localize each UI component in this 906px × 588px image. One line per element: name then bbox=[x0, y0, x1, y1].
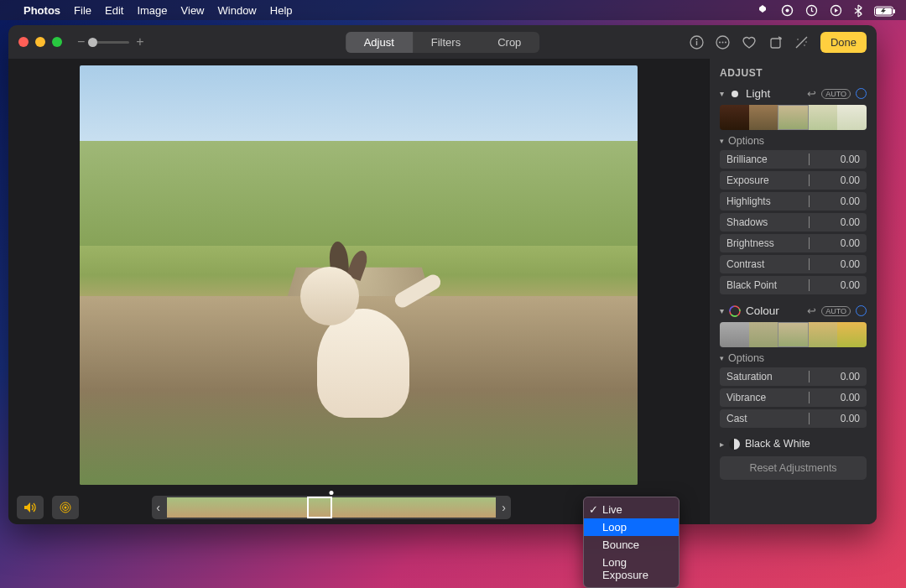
info-icon[interactable] bbox=[690, 35, 704, 49]
slider-black-point[interactable]: Black Point0.00 bbox=[720, 276, 867, 294]
svg-point-16 bbox=[797, 39, 799, 40]
status-bluetooth-icon[interactable] bbox=[854, 3, 862, 17]
light-auto-button[interactable]: AUTO bbox=[821, 89, 851, 99]
colour-section-header: ▾ Colour ↩ AUTO bbox=[720, 304, 867, 317]
light-reset-icon[interactable]: ↩ bbox=[807, 87, 816, 100]
svg-point-20 bbox=[65, 507, 67, 509]
svg-rect-14 bbox=[771, 39, 780, 48]
colour-enable-ring[interactable] bbox=[856, 305, 867, 316]
main-edit-area: ‹ › bbox=[8, 59, 709, 524]
minimize-window-button[interactable] bbox=[35, 37, 45, 47]
light-disclosure[interactable]: ▾ bbox=[720, 89, 724, 98]
photos-edit-window: − + Adjust Filters Crop Done bbox=[8, 25, 877, 524]
slider-brightness[interactable]: Brightness0.00 bbox=[720, 234, 867, 252]
playhead-icon[interactable] bbox=[329, 491, 333, 495]
colour-disclosure[interactable]: ▾ bbox=[720, 306, 724, 315]
light-section-header: ▾ Light ↩ AUTO bbox=[720, 87, 867, 100]
slider-vibrance[interactable]: Vibrance0.00 bbox=[720, 388, 867, 407]
colour-preset-thumbs[interactable] bbox=[720, 322, 867, 347]
colour-title: Colour bbox=[746, 304, 802, 317]
light-title: Light bbox=[746, 87, 802, 100]
svg-point-15 bbox=[804, 44, 805, 46]
slider-saturation[interactable]: Saturation0.00 bbox=[720, 367, 867, 386]
app-menu[interactable]: Photos bbox=[23, 4, 60, 17]
slider-contrast[interactable]: Contrast0.00 bbox=[720, 255, 867, 273]
autoenhance-icon[interactable] bbox=[794, 35, 809, 49]
status-malware-icon[interactable] bbox=[756, 3, 769, 17]
bw-disclosure[interactable]: ▸ bbox=[720, 440, 724, 449]
live-badge-button[interactable] bbox=[52, 496, 79, 519]
done-button[interactable]: Done bbox=[820, 32, 867, 53]
light-icon bbox=[729, 88, 741, 100]
colour-auto-button[interactable]: AUTO bbox=[821, 306, 851, 316]
live-menu-live[interactable]: Live bbox=[584, 501, 679, 518]
zoom-in-icon[interactable]: + bbox=[136, 34, 143, 49]
rotate-icon[interactable] bbox=[768, 35, 783, 49]
live-menu-loop[interactable]: Loop bbox=[584, 518, 679, 536]
menu-view[interactable]: View bbox=[181, 4, 205, 17]
bw-title: Black & White bbox=[745, 438, 810, 450]
svg-point-13 bbox=[725, 41, 726, 43]
light-preset-thumbs[interactable] bbox=[720, 105, 867, 130]
light-enable-ring[interactable] bbox=[856, 88, 867, 99]
fullscreen-window-button[interactable] bbox=[52, 37, 62, 47]
bw-section-header[interactable]: ▸ Black & White bbox=[720, 438, 867, 450]
traffic-lights bbox=[18, 37, 62, 47]
filmstrip-prev[interactable]: ‹ bbox=[152, 496, 165, 519]
more-icon[interactable] bbox=[716, 35, 730, 49]
status-circle-icon[interactable] bbox=[781, 3, 794, 18]
volume-button[interactable] bbox=[17, 496, 44, 519]
svg-point-8 bbox=[695, 39, 697, 40]
colour-icon bbox=[729, 305, 741, 317]
zoom-slider[interactable]: − + bbox=[77, 34, 144, 49]
svg-rect-9 bbox=[696, 41, 697, 45]
reset-adjustments-button[interactable]: Reset Adjustments bbox=[720, 456, 867, 480]
sidebar-heading: ADJUST bbox=[720, 67, 867, 79]
svg-point-1 bbox=[786, 9, 789, 13]
slider-cast[interactable]: Cast0.00 bbox=[720, 409, 867, 428]
menu-file[interactable]: File bbox=[74, 4, 91, 17]
favorite-icon[interactable] bbox=[742, 35, 757, 49]
tab-filters[interactable]: Filters bbox=[413, 32, 479, 53]
status-battery-icon[interactable] bbox=[874, 3, 896, 17]
filmstrip-keyframe[interactable] bbox=[308, 497, 331, 518]
slider-highlights[interactable]: Highlights0.00 bbox=[720, 192, 867, 211]
tab-crop[interactable]: Crop bbox=[479, 32, 539, 53]
svg-rect-5 bbox=[893, 9, 895, 13]
system-menubar: Photos File Edit Image View Window Help bbox=[0, 0, 906, 20]
tab-adjust[interactable]: Adjust bbox=[346, 32, 413, 53]
slider-brilliance[interactable]: Brilliance0.00 bbox=[720, 150, 867, 169]
live-menu-bounce[interactable]: Bounce bbox=[584, 536, 679, 554]
live-photo-filmstrip[interactable]: ‹ › bbox=[152, 496, 511, 519]
status-play-icon[interactable] bbox=[830, 3, 842, 18]
bw-icon bbox=[729, 439, 740, 450]
slider-exposure[interactable]: Exposure0.00 bbox=[720, 171, 867, 190]
status-timemachine-icon[interactable] bbox=[805, 3, 818, 18]
live-effect-menu: LiveLoopBounceLong Exposure bbox=[583, 497, 680, 588]
edit-mode-tabs: Adjust Filters Crop bbox=[346, 32, 540, 53]
zoom-out-icon[interactable]: − bbox=[77, 34, 85, 49]
photo-canvas[interactable] bbox=[80, 65, 638, 485]
live-menu-long-exposure[interactable]: Long Exposure bbox=[584, 554, 679, 584]
colour-options-toggle[interactable]: ▾Options bbox=[720, 352, 867, 364]
light-options-toggle[interactable]: ▾Options bbox=[720, 135, 867, 147]
svg-point-12 bbox=[721, 41, 723, 43]
svg-point-17 bbox=[805, 41, 807, 43]
window-toolbar: − + Adjust Filters Crop Done bbox=[8, 25, 877, 59]
adjust-sidebar: ADJUST ▾ Light ↩ AUTO ▾Options Brillianc… bbox=[709, 59, 877, 524]
filmstrip-next[interactable]: › bbox=[497, 496, 511, 519]
menu-image[interactable]: Image bbox=[137, 4, 167, 17]
slider-shadows[interactable]: Shadows0.00 bbox=[720, 213, 867, 232]
close-window-button[interactable] bbox=[18, 37, 29, 47]
menu-edit[interactable]: Edit bbox=[105, 4, 123, 17]
svg-point-11 bbox=[719, 41, 721, 43]
menu-help[interactable]: Help bbox=[270, 4, 293, 17]
colour-reset-icon[interactable]: ↩ bbox=[807, 304, 816, 317]
menu-window[interactable]: Window bbox=[218, 4, 257, 17]
